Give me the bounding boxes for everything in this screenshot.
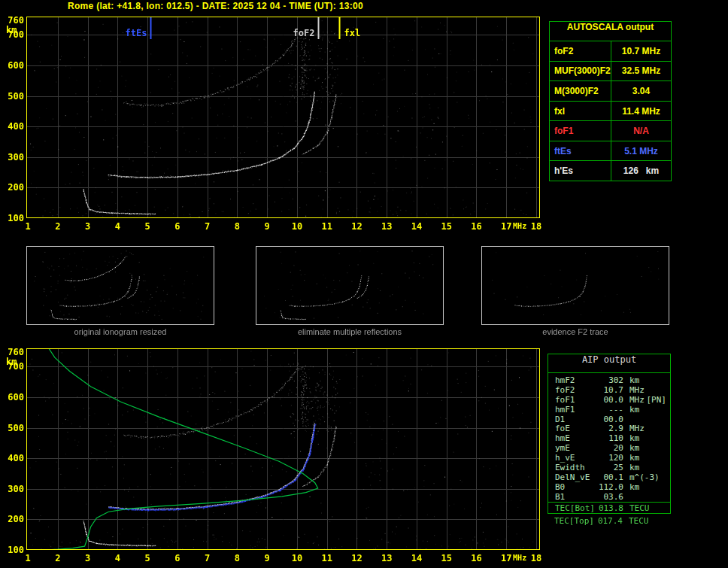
aip-row-unit: km — [629, 482, 639, 492]
autoscala-row-value: 10.7 MHz — [611, 41, 671, 61]
autoscala-row-label: foF1 — [550, 121, 611, 141]
aip-row-label: Ewidth — [555, 463, 585, 472]
aip-row-yme: ymE20km — [548, 443, 670, 453]
autoscala-row-label: h'Es — [550, 161, 611, 181]
tec-row-value: 013.8 — [592, 503, 623, 514]
aip-row-label: hmE — [555, 433, 570, 443]
aip-row-foe: foE2.9MHz — [548, 424, 670, 433]
aip-row-label: DelN_vE — [555, 472, 590, 482]
aip-row-value: 110 — [592, 433, 623, 443]
aip-row-value: --- — [592, 405, 623, 415]
aip-row-value: 10.7 — [592, 385, 623, 395]
tec-row-label: TEC[Top] — [554, 516, 594, 527]
aip-row-d1: D100.0 — [548, 415, 670, 424]
aip-row-hmf1: hmF1---km — [548, 405, 670, 415]
autoscala-row-value: N/A — [611, 121, 671, 141]
autoscala-row-value: 3.04 — [611, 81, 671, 101]
autoscala-output-screen: Rome (lat: +41.8, lon: 012.5) - DATE: 20… — [0, 0, 728, 568]
autoscala-row-label: M(3000)F2 — [550, 81, 611, 101]
aip-row-unit: km — [629, 443, 639, 453]
autoscala-row-h-es: h'Es126 km — [550, 161, 671, 181]
aip-row-value: 112.0 — [592, 482, 623, 492]
aip-row-unit: km — [629, 453, 639, 463]
aip-table-rows: hmF2302kmfoF210.7MHzfoF100.0MHz[PN]hmF1-… — [548, 373, 670, 502]
aip-row-value: 302 — [592, 375, 623, 385]
aip-row-label: foE — [555, 424, 570, 433]
aip-row-unit: MHz — [629, 395, 645, 405]
aip-row-tec-bot: TEC[Bot]013.8TECU — [548, 502, 670, 513]
thumb-caption-original-resized: original ionogram resized — [26, 327, 214, 336]
autoscala-row-m-3000-f2: M(3000)F23.04 — [550, 81, 671, 102]
aip-row-unit: km — [629, 463, 639, 472]
autoscala-row-ftes: ftEs5.1 MHz — [550, 141, 671, 162]
aip-output-table: AIP output hmF2302kmfoF210.7MHzfoF100.0M… — [548, 354, 671, 514]
aip-row-fof1: foF100.0MHz[PN] — [548, 395, 670, 405]
aip-row-label: hmF1 — [555, 405, 575, 415]
aip-row-label: B1 — [555, 492, 565, 502]
aip-row-value: 00.0 — [592, 395, 623, 405]
aip-row-h-ve: h_vE120km — [548, 453, 670, 463]
tec-row-label: TEC[Bot] — [555, 503, 595, 514]
aip-row-unit: km — [629, 405, 639, 415]
autoscala-row-label: ftEs — [550, 141, 611, 161]
thumb-caption-evidence-f2-trace: evidence F2 trace — [481, 327, 669, 336]
aip-row-unit: MHz — [629, 385, 645, 395]
aip-row-value: 20 — [592, 443, 623, 453]
aip-row-b1: B103.6 — [548, 492, 670, 502]
aip-row-unit: km — [629, 375, 639, 385]
autoscala-output-table: AUTOSCALA output foF210.7 MHzMUF(3000)F2… — [549, 21, 672, 181]
autoscala-row-value: 126 km — [611, 161, 671, 181]
aip-row-hmf2: hmF2302km — [548, 375, 670, 385]
aip-row-label: h_vE — [555, 453, 575, 463]
aip-row-unit: km — [629, 433, 639, 443]
aip-row-unit: m^(-3) — [629, 472, 660, 482]
tec-row-unit: TECU — [629, 516, 649, 527]
autoscala-table-rows: foF210.7 MHzMUF(3000)F232.5 MHzM(3000)F2… — [550, 41, 671, 181]
aip-row-value: 120 — [592, 453, 623, 463]
aip-row-hme: hmE110km — [548, 433, 670, 443]
aip-row-note: [PN] — [647, 395, 667, 405]
aip-table-title: AIP output — [548, 354, 670, 373]
aip-row-value: 25 — [592, 463, 623, 472]
autoscala-row-fof1: foF1N/A — [550, 121, 671, 141]
aip-row-label: ymE — [555, 443, 570, 453]
aip-row-b0: B0112.0km — [548, 482, 670, 492]
aip-row-label: foF2 — [555, 385, 575, 395]
tec-row-unit: TECU — [629, 503, 650, 514]
autoscala-table-title: AUTOSCALA output — [550, 22, 671, 41]
autoscala-row-fxl: fxl11.4 MHz — [550, 102, 671, 122]
autoscala-row-label: fxl — [550, 102, 611, 121]
autoscala-row-fof2: foF210.7 MHz — [550, 41, 671, 62]
aip-row-ewidth: Ewidth25km — [548, 463, 670, 472]
autoscala-row-value: 11.4 MHz — [611, 102, 671, 121]
aip-row-label: foF1 — [555, 395, 575, 405]
aip-row-unit: MHz — [629, 424, 645, 433]
aip-row-value: 03.6 — [592, 492, 623, 502]
aip-row-value: 00.0 — [592, 415, 623, 424]
aip-row-fof2: foF210.7MHz — [548, 385, 670, 395]
autoscala-row-label: MUF(3000)F2 — [550, 62, 611, 81]
autoscala-row-value: 32.5 MHz — [611, 62, 671, 81]
aip-row-label: B0 — [555, 482, 565, 492]
tec-row-value: 017.4 — [591, 516, 623, 527]
aip-row-value: 00.1 — [592, 472, 623, 482]
autoscala-row-value: 5.1 MHz — [611, 141, 671, 161]
aip-row-value: 2.9 — [592, 424, 623, 433]
autoscala-row-muf-3000-f2: MUF(3000)F232.5 MHz — [550, 62, 671, 82]
aip-row-deln-ve: DelN_vE00.1m^(-3) — [548, 472, 670, 482]
aip-row-label: D1 — [555, 415, 565, 424]
aip-row-tec-top: TEC[Top]017.4TECU — [548, 516, 671, 527]
autoscala-row-label: foF2 — [550, 41, 611, 61]
aip-row-label: hmF2 — [555, 375, 575, 385]
thumb-caption-eliminate-reflections: eliminate multiple reflections — [256, 327, 444, 336]
